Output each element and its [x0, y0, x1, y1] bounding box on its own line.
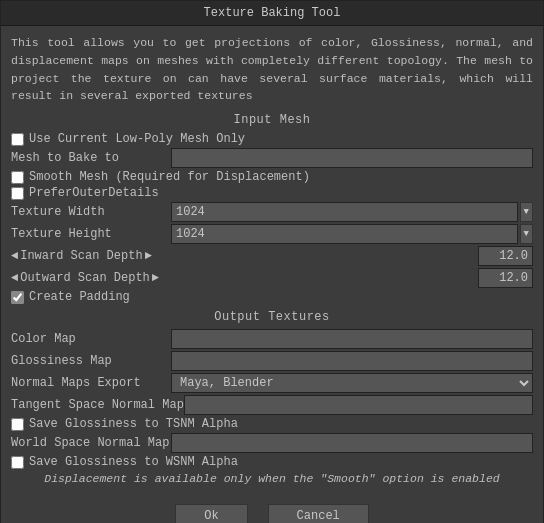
smooth-mesh-label[interactable]: Smooth Mesh (Required for Displacement) [29, 170, 310, 184]
texture-width-label: Texture Width [11, 205, 171, 219]
world-space-input[interactable] [171, 433, 533, 453]
normal-maps-row: Normal Maps Export Maya, Blender DirectX… [11, 373, 533, 393]
outward-scan-label: ◄ Outward Scan Depth ► [11, 271, 159, 285]
outward-scan-row: ◄ Outward Scan Depth ► [11, 268, 533, 288]
create-padding-label[interactable]: Create Padding [29, 290, 130, 304]
smooth-mesh-checkbox[interactable] [11, 171, 24, 184]
use-current-low-poly-row: Use Current Low-Poly Mesh Only [11, 132, 533, 146]
texture-height-input[interactable] [171, 224, 518, 244]
prefer-outer-checkbox[interactable] [11, 187, 24, 200]
tangent-space-label: Tangent Space Normal Map [11, 398, 184, 412]
displacement-note: Displacement is available only when the … [11, 472, 533, 485]
mesh-bake-row: Mesh to Bake to [11, 148, 533, 168]
inward-scan-row: ◄ Inward Scan Depth ► [11, 246, 533, 266]
inward-arrow-right[interactable]: ► [145, 249, 152, 263]
prefer-outer-label[interactable]: PreferOuterDetails [29, 186, 159, 200]
cancel-button[interactable]: Cancel [268, 504, 369, 523]
color-map-row: Color Map [11, 329, 533, 349]
glossiness-map-input[interactable] [171, 351, 533, 371]
create-padding-checkbox[interactable] [11, 291, 24, 304]
inward-arrow-left[interactable]: ◄ [11, 249, 18, 263]
mesh-bake-label: Mesh to Bake to [11, 151, 171, 165]
color-map-label: Color Map [11, 332, 171, 346]
save-glossiness-wsnm-row: Save Glossiness to WSNM Alpha [11, 455, 533, 469]
dialog-content: This tool allows you to get projections … [1, 26, 543, 496]
tangent-space-row: Tangent Space Normal Map [11, 395, 533, 415]
texture-height-selector: ▼ [171, 224, 533, 244]
glossiness-map-row: Glossiness Map [11, 351, 533, 371]
world-space-row: World Space Normal Map [11, 433, 533, 453]
prefer-outer-row: PreferOuterDetails [11, 186, 533, 200]
smooth-mesh-row: Smooth Mesh (Required for Displacement) [11, 170, 533, 184]
save-glossiness-tsnm-checkbox[interactable] [11, 418, 24, 431]
save-glossiness-wsnm-label[interactable]: Save Glossiness to WSNM Alpha [29, 455, 238, 469]
dialog-title-bar: Texture Baking Tool [1, 1, 543, 26]
inward-scan-input[interactable] [478, 246, 533, 266]
tangent-space-input[interactable] [184, 395, 533, 415]
outward-arrow-right[interactable]: ► [152, 271, 159, 285]
texture-height-row: Texture Height ▼ [11, 224, 533, 244]
save-glossiness-tsnm-label[interactable]: Save Glossiness to TSNM Alpha [29, 417, 238, 431]
description-text: This tool allows you to get projections … [11, 34, 533, 105]
save-glossiness-tsnm-row: Save Glossiness to TSNM Alpha [11, 417, 533, 431]
ok-button[interactable]: Ok [175, 504, 247, 523]
outward-scan-input[interactable] [478, 268, 533, 288]
use-current-low-poly-checkbox[interactable] [11, 133, 24, 146]
texture-height-label: Texture Height [11, 227, 171, 241]
create-padding-row: Create Padding [11, 290, 533, 304]
texture-width-input[interactable] [171, 202, 518, 222]
world-space-label: World Space Normal Map [11, 436, 171, 450]
color-map-input[interactable] [171, 329, 533, 349]
dialog-footer: Ok Cancel [1, 496, 543, 523]
input-mesh-header: Input Mesh [11, 113, 533, 127]
texture-width-row: Texture Width ▼ [11, 202, 533, 222]
texture-height-dropdown[interactable]: ▼ [520, 224, 533, 244]
inward-scan-label: ◄ Inward Scan Depth ► [11, 249, 152, 263]
mesh-bake-input[interactable] [171, 148, 533, 168]
dialog-title: Texture Baking Tool [204, 6, 341, 20]
use-current-low-poly-label[interactable]: Use Current Low-Poly Mesh Only [29, 132, 245, 146]
normal-maps-label: Normal Maps Export [11, 376, 171, 390]
texture-width-selector: ▼ [171, 202, 533, 222]
outward-arrow-left[interactable]: ◄ [11, 271, 18, 285]
glossiness-map-label: Glossiness Map [11, 354, 171, 368]
texture-baking-dialog: Texture Baking Tool This tool allows you… [0, 0, 544, 523]
save-glossiness-wsnm-checkbox[interactable] [11, 456, 24, 469]
output-textures-header: Output Textures [11, 310, 533, 324]
texture-width-dropdown[interactable]: ▼ [520, 202, 533, 222]
normal-maps-select[interactable]: Maya, Blender DirectX OpenGL [171, 373, 533, 393]
